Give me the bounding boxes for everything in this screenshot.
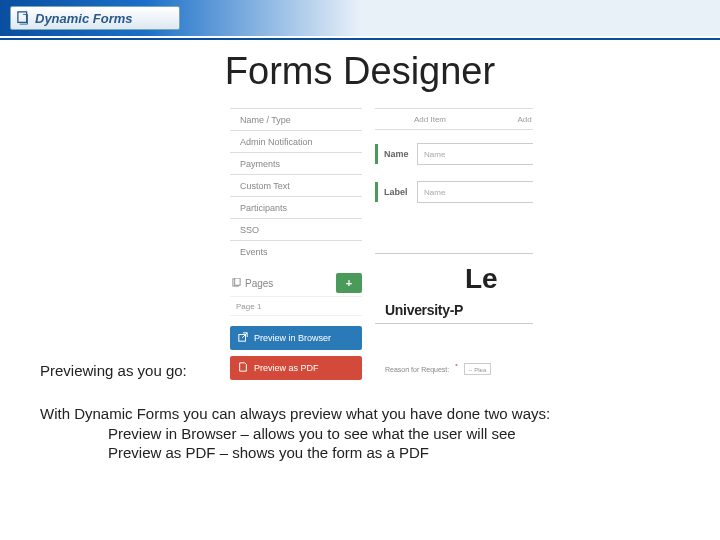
required-asterisk: * [455, 363, 457, 369]
external-link-icon [238, 332, 248, 344]
svg-rect-0 [18, 12, 27, 23]
divider [375, 253, 533, 254]
field-label-row: Label Name [375, 178, 533, 206]
preview-browser-button[interactable]: Preview in Browser [230, 326, 362, 350]
pages-heading-row: Pages + [230, 272, 362, 294]
sidebar-item-sso[interactable]: SSO [230, 218, 362, 240]
body-line-2: Preview in Browser – allows you to see w… [40, 424, 660, 444]
pages-icon [232, 278, 241, 289]
preview-pdf-button[interactable]: Preview as PDF [230, 356, 362, 380]
brand-logo: Dynamic Forms [10, 6, 180, 30]
body-text: With Dynamic Forms you can always previe… [40, 404, 660, 463]
sidebar: Name / Type Admin Notification Payments … [230, 108, 362, 380]
editor-panel: Add Item Add Item Ter Name Name Label Na… [375, 108, 533, 206]
tab-add-item[interactable]: Add Item [375, 109, 485, 129]
body-line-1: With Dynamic Forms you can always previe… [40, 405, 550, 422]
pdf-icon [238, 362, 248, 374]
sidebar-item-participants[interactable]: Participants [230, 196, 362, 218]
reason-label: Reason for Request: [385, 366, 449, 373]
sidebar-item-payments[interactable]: Payments [230, 152, 362, 174]
tab-row: Add Item Add Item Ter [375, 108, 533, 130]
svg-rect-2 [235, 278, 240, 285]
field-label-input[interactable]: Name [417, 181, 533, 203]
field-name-input[interactable]: Name [417, 143, 533, 165]
app-screenshot: Name / Type Admin Notification Payments … [225, 108, 533, 388]
sidebar-item-custom-text[interactable]: Custom Text [230, 174, 362, 196]
sidebar-item-admin-notification[interactable]: Admin Notification [230, 130, 362, 152]
brand-text: Dynamic Forms [35, 11, 133, 26]
reason-row: Reason for Request: * -- Plea [385, 363, 491, 375]
field-label-label: Label [375, 182, 409, 202]
field-name-label: Name [375, 144, 409, 164]
header-rule [0, 38, 720, 40]
body-line-3: Preview as PDF – shows you the form as a… [40, 443, 660, 463]
page-title: Forms Designer [0, 50, 720, 93]
form-preview-heading: Le [465, 263, 498, 295]
divider-2 [375, 323, 533, 324]
form-preview-subheading: University-P [385, 302, 463, 318]
sidebar-item-events[interactable]: Events [230, 240, 362, 262]
reason-select[interactable]: -- Plea [464, 363, 492, 375]
pages-heading: Pages [230, 278, 273, 289]
page-tab-1[interactable]: Page 1 [230, 296, 362, 316]
field-name-row: Name Name [375, 140, 533, 168]
caption: Previewing as you go: [40, 362, 187, 379]
add-page-button[interactable]: + [336, 273, 362, 293]
sidebar-item-name-type[interactable]: Name / Type [230, 108, 362, 130]
tab-add-item-template[interactable]: Add Item Ter [485, 109, 533, 129]
form-icon [17, 11, 31, 25]
